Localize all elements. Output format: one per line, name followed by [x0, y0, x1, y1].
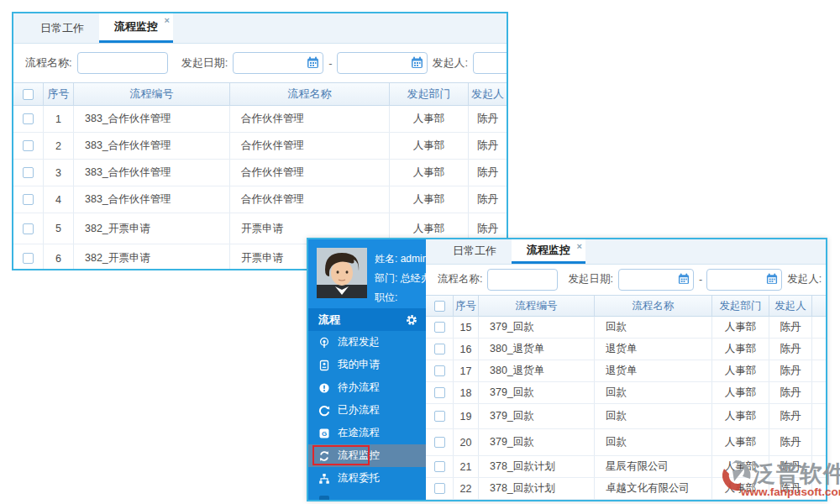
- org-chart-icon: [318, 473, 330, 485]
- cell-code: 378_回款计划: [479, 478, 595, 499]
- table-row[interactable]: 15 379_回款 回款 人事部 陈丹: [426, 317, 826, 339]
- sidebar-item-process-delegation[interactable]: 流程委托: [308, 467, 426, 490]
- header-code: 流程编号: [74, 83, 230, 106]
- cell-name: 回款: [595, 429, 712, 455]
- sidebar-item-completed-processes[interactable]: 已办流程: [308, 399, 426, 422]
- sidebar-section-process[interactable]: 流程: [308, 308, 426, 331]
- tab-process-monitor[interactable]: 流程监控 ×: [512, 239, 585, 264]
- row-checkbox[interactable]: [23, 113, 34, 124]
- table-row[interactable]: 21 378_回款计划 星辰有限公司 人事部 陈丹: [426, 456, 826, 478]
- sidebar-item-process-monitor[interactable]: 流程监控: [308, 444, 426, 467]
- select-all-checkbox[interactable]: [434, 301, 445, 312]
- row-checkbox[interactable]: [23, 140, 34, 151]
- cell-code: 379_回款: [479, 404, 595, 428]
- row-checkbox[interactable]: [434, 387, 445, 398]
- tab-bar: 日常工作 流程监控 ×: [426, 239, 826, 265]
- table-row[interactable]: 20 379_回款 回款 人事部 陈丹: [426, 429, 826, 456]
- sidebar-item-my-applications[interactable]: 我的申请: [308, 354, 426, 376]
- table-row[interactable]: 3 383_合作伙伴管理 合作伙伴管理 人事部 陈丹: [13, 160, 507, 186]
- transit-square-icon: G: [318, 428, 330, 439]
- cell-code: 380_退货单: [479, 360, 595, 381]
- table-row[interactable]: 17 380_退货单 退货单 人事部 陈丹: [426, 360, 826, 382]
- calendar-icon[interactable]: [307, 56, 319, 69]
- row-checkbox[interactable]: [434, 437, 445, 448]
- cell-initiator: 陈丹: [469, 133, 507, 159]
- date-range-separator: -: [328, 57, 332, 70]
- broadcast-icon: [318, 337, 330, 349]
- cell-name: 回款: [595, 404, 712, 428]
- table-row[interactable]: 22 378_回款计划 卓越文化有限公司 人事部 陈丹: [426, 478, 826, 500]
- table-row[interactable]: 19 379_回款 回款 人事部 陈丹: [426, 404, 826, 429]
- process-name-input[interactable]: [77, 52, 168, 74]
- sidebar-item-pending-processes[interactable]: 待办流程: [308, 376, 426, 399]
- cell-initiator: 陈丹: [769, 456, 812, 477]
- table-row[interactable]: 4 383_合作伙伴管理 合作伙伴管理 人事部 陈丹: [13, 186, 507, 213]
- process-name-input[interactable]: [487, 269, 558, 291]
- user-info: 姓名: admin 部门: 总经办 职位:: [375, 248, 426, 308]
- user-dept-line: 部门: 总经办: [375, 269, 426, 288]
- row-checkbox[interactable]: [23, 253, 34, 264]
- sidebar-item-intransit-processes[interactable]: G 在途流程: [308, 422, 426, 444]
- main-content: 日常工作 流程监控 × 流程名称: 发起日期: - 发起人:: [426, 239, 826, 500]
- cell-dept: 人事部: [712, 478, 769, 499]
- row-checkbox[interactable]: [23, 167, 34, 178]
- row-checkbox[interactable]: [434, 365, 445, 376]
- row-checkbox[interactable]: [23, 223, 34, 234]
- row-checkbox[interactable]: [23, 194, 34, 205]
- table-header-row: 序号 流程编号 流程名称 发起部门 发起人: [13, 83, 507, 106]
- row-checkbox[interactable]: [434, 461, 445, 472]
- calendar-icon[interactable]: [766, 273, 778, 285]
- tab-close-icon[interactable]: ×: [165, 16, 170, 25]
- header-cut-column: [812, 296, 826, 317]
- cell-name: 合作伙伴管理: [230, 106, 390, 132]
- table-row[interactable]: 1 383_合作伙伴管理 合作伙伴管理 人事部 陈丹: [13, 106, 507, 133]
- cell-initiator: 陈丹: [769, 317, 812, 338]
- cell-no: 6: [44, 244, 74, 270]
- initiator-input[interactable]: [473, 52, 508, 74]
- header-name: 流程名称: [230, 83, 390, 106]
- tab-close-icon[interactable]: ×: [577, 242, 582, 251]
- table-row[interactable]: 18 379_回款 回款 人事部 陈丹: [426, 382, 826, 404]
- calendar-icon[interactable]: [411, 56, 423, 69]
- sidebar-item-process-start[interactable]: 流程发起: [308, 331, 426, 354]
- header-code: 流程编号: [479, 296, 595, 317]
- tab-process-monitor[interactable]: 流程监控 ×: [99, 13, 173, 43]
- select-all-checkbox[interactable]: [23, 89, 34, 100]
- row-checkbox[interactable]: [434, 322, 445, 333]
- header-initiator: 发起人: [469, 83, 507, 106]
- table-row[interactable]: 16 380_退货单 退货单 人事部 陈丹: [426, 339, 826, 360]
- cell-name: 回款: [595, 317, 712, 338]
- partial-icon: [319, 496, 329, 500]
- cell-name: 合作伙伴管理: [230, 160, 390, 186]
- sidebar-item-partial[interactable]: [308, 490, 426, 500]
- initiator-label: 发起人:: [787, 272, 822, 286]
- sync-arrows-icon: [318, 450, 330, 462]
- start-date-label: 发起日期:: [568, 272, 612, 286]
- user-title-line: 职位:: [375, 288, 426, 307]
- cell-no: 3: [44, 160, 74, 186]
- tab-daily-work[interactable]: 日常工作: [438, 239, 512, 264]
- cell-no: 21: [454, 456, 479, 477]
- calendar-icon[interactable]: [678, 273, 690, 285]
- table-row[interactable]: 2 383_合作伙伴管理 合作伙伴管理 人事部 陈丹: [13, 133, 507, 160]
- cell-initiator: 陈丹: [469, 160, 507, 186]
- row-checkbox[interactable]: [434, 411, 445, 422]
- exclamation-circle-icon: [318, 382, 330, 394]
- initiator-input[interactable]: [827, 269, 827, 291]
- cell-no: 18: [454, 382, 479, 403]
- process-name-label: 流程名称:: [438, 272, 482, 286]
- initiator-label: 发起人:: [433, 55, 469, 71]
- cell-dept: 人事部: [712, 382, 769, 403]
- avatar: [317, 248, 367, 298]
- row-checkbox[interactable]: [434, 483, 445, 494]
- row-checkbox[interactable]: [434, 344, 445, 354]
- tab-daily-work[interactable]: 日常工作: [25, 13, 99, 43]
- gear-icon[interactable]: [406, 314, 417, 326]
- cell-name: 星辰有限公司: [595, 456, 712, 477]
- sidebar: 姓名: admin 部门: 总经办 职位: 流程 流程发起 我的申请 待办流程: [308, 239, 426, 500]
- process-monitor-window-front: 姓名: admin 部门: 总经办 职位: 流程 流程发起 我的申请 待办流程: [307, 238, 827, 501]
- cell-no: 15: [454, 317, 479, 338]
- start-date-label: 发起日期:: [181, 55, 228, 71]
- cell-dept: 人事部: [712, 456, 769, 477]
- cell-no: 17: [454, 360, 479, 381]
